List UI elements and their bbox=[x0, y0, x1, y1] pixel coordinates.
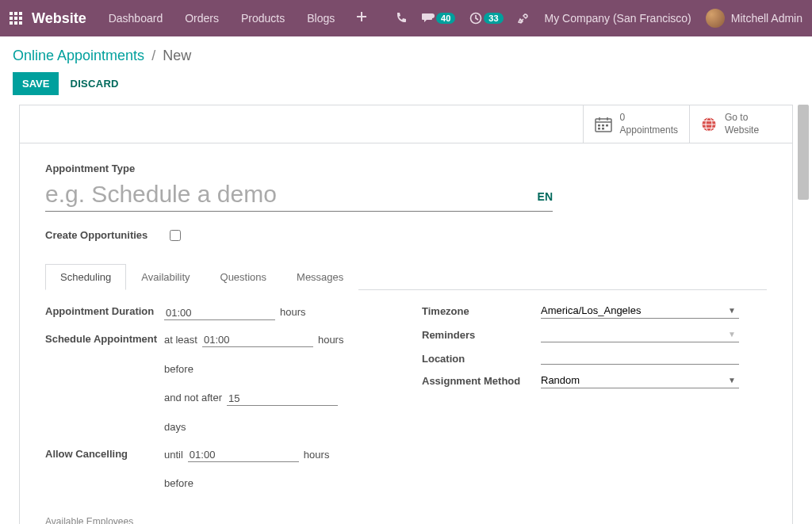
chevron-down-icon[interactable]: ▼ bbox=[725, 373, 739, 388]
timezone-label: Timezone bbox=[422, 303, 541, 317]
apps-icon[interactable] bbox=[10, 12, 22, 25]
create-opportunities-label: Create Opportunities bbox=[45, 229, 147, 241]
discard-button[interactable]: DISCARD bbox=[70, 78, 118, 90]
messages-icon[interactable]: 40 bbox=[422, 13, 455, 24]
stat-bar: 0 Appointments Go to Website bbox=[20, 105, 792, 143]
phone-icon[interactable] bbox=[395, 12, 408, 25]
reminders-label: Reminders bbox=[422, 327, 541, 341]
scrollbar[interactable] bbox=[798, 105, 809, 524]
stat-count: 0 bbox=[620, 112, 678, 124]
topbar-right: 40 33 My Company (San Francisco) Mitchel… bbox=[395, 9, 802, 28]
svg-rect-7 bbox=[602, 128, 604, 130]
timezone-select[interactable]: ▼ bbox=[541, 303, 739, 319]
calendar-icon bbox=[595, 117, 612, 132]
duration-unit: hours bbox=[280, 303, 306, 323]
breadcrumb-current: New bbox=[163, 48, 191, 63]
brand-label[interactable]: Website bbox=[32, 10, 86, 27]
sched-atleast-text: at least bbox=[164, 331, 197, 350]
nav-products[interactable]: Products bbox=[241, 12, 285, 25]
sched-hours: hours bbox=[318, 331, 344, 350]
assignment-select[interactable]: ▼ bbox=[541, 373, 739, 388]
tools-icon[interactable] bbox=[518, 12, 530, 25]
svg-rect-5 bbox=[606, 124, 608, 127]
cancel-until-text: until bbox=[164, 446, 183, 465]
nav-new-icon[interactable] bbox=[357, 12, 366, 25]
svg-rect-6 bbox=[598, 128, 600, 130]
chevron-down-icon[interactable]: ▼ bbox=[725, 303, 739, 318]
tab-messages[interactable]: Messages bbox=[282, 264, 358, 290]
nav-orders[interactable]: Orders bbox=[185, 12, 219, 25]
assignment-label: Assignment Method bbox=[422, 373, 541, 387]
tabs: Scheduling Availability Questions Messag… bbox=[45, 263, 767, 290]
chevron-down-icon[interactable]: ▼ bbox=[725, 327, 739, 342]
schedule-label: Schedule Appointment bbox=[45, 331, 164, 345]
duration-input[interactable] bbox=[164, 306, 275, 320]
action-bar: SAVE DISCARD bbox=[0, 72, 812, 105]
save-button[interactable]: SAVE bbox=[13, 72, 59, 95]
create-opportunities-checkbox[interactable] bbox=[170, 230, 181, 241]
svg-rect-4 bbox=[602, 124, 604, 127]
location-input[interactable] bbox=[541, 350, 739, 365]
sched-notafter-input[interactable] bbox=[227, 392, 338, 406]
tab-availability[interactable]: Availability bbox=[126, 264, 205, 290]
breadcrumb: Online Appointments / New bbox=[0, 36, 812, 72]
form-sheet: 0 Appointments Go to Website Appointment… bbox=[19, 105, 793, 524]
sched-notafter-text: and not after bbox=[164, 388, 222, 408]
tab-questions[interactable]: Questions bbox=[205, 264, 282, 290]
breadcrumb-sep: / bbox=[151, 48, 155, 63]
cancel-label: Allow Cancelling bbox=[45, 446, 164, 460]
activities-count: 33 bbox=[484, 13, 503, 24]
timezone-input[interactable] bbox=[541, 303, 725, 318]
activities-icon[interactable]: 33 bbox=[469, 12, 503, 25]
avatar bbox=[706, 9, 725, 28]
nav: Dashboard Orders Products Blogs bbox=[109, 12, 367, 25]
goto-l1: Go to bbox=[725, 112, 759, 124]
location-label: Location bbox=[422, 350, 541, 365]
tab-scheduling[interactable]: Scheduling bbox=[45, 264, 126, 290]
lang-badge[interactable]: EN bbox=[538, 190, 553, 211]
reminders-select[interactable]: ▼ bbox=[541, 327, 739, 342]
user-menu[interactable]: Mitchell Admin bbox=[706, 9, 802, 28]
stat-label: Appointments bbox=[620, 124, 678, 137]
nav-blogs[interactable]: Blogs bbox=[307, 12, 335, 25]
company-selector[interactable]: My Company (San Francisco) bbox=[545, 12, 691, 25]
appointment-type-label: Appointment Type bbox=[45, 163, 767, 174]
stat-goto-website[interactable]: Go to Website bbox=[689, 105, 792, 143]
cancel-before: before bbox=[164, 474, 193, 494]
goto-l2: Website bbox=[725, 124, 759, 137]
globe-icon bbox=[701, 117, 717, 132]
breadcrumb-parent[interactable]: Online Appointments bbox=[13, 48, 144, 63]
svg-rect-3 bbox=[598, 124, 600, 127]
appointment-type-input[interactable] bbox=[45, 179, 528, 211]
nav-dashboard[interactable]: Dashboard bbox=[109, 12, 163, 25]
messages-count: 40 bbox=[436, 13, 455, 24]
reminders-input[interactable] bbox=[541, 327, 725, 342]
duration-label: Appointment Duration bbox=[45, 303, 164, 317]
cancel-hours: hours bbox=[304, 446, 330, 465]
assignment-input[interactable] bbox=[541, 373, 725, 388]
available-employees-section: Available Employees bbox=[45, 516, 767, 524]
topbar: Website Dashboard Orders Products Blogs … bbox=[0, 0, 812, 36]
sched-before: before bbox=[164, 360, 193, 380]
svg-point-0 bbox=[430, 13, 435, 18]
sched-days: days bbox=[164, 418, 186, 438]
sched-atleast-input[interactable] bbox=[202, 333, 313, 347]
user-name: Mitchell Admin bbox=[731, 12, 802, 25]
cancel-input[interactable] bbox=[188, 448, 299, 462]
stat-appointments[interactable]: 0 Appointments bbox=[583, 105, 689, 143]
